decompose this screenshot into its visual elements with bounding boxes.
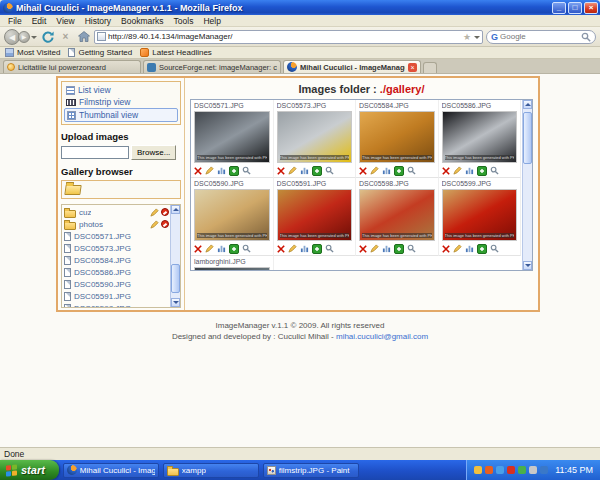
scroll-down-icon[interactable]: [523, 261, 532, 270]
edit-icon[interactable]: [288, 166, 297, 175]
menu-item[interactable]: History: [81, 16, 115, 26]
browser-tab[interactable]: Licitatiile lui powerzoneard: [3, 60, 141, 73]
tree-item[interactable]: DSC05584.JPG: [63, 254, 170, 266]
view-option[interactable]: Filmstrip view: [64, 96, 178, 108]
image-thumbnail[interactable]: This image has been generated with PHP b…: [277, 189, 353, 241]
tray-icon[interactable]: [474, 466, 482, 474]
tray-icon[interactable]: [529, 466, 537, 474]
image-thumbnail[interactable]: This image has been generated with PHP b…: [359, 189, 435, 241]
delete-folder-icon[interactable]: [161, 220, 169, 228]
image-thumbnail[interactable]: This image has been generated with PHP b…: [194, 189, 270, 241]
delete-icon[interactable]: [359, 245, 367, 253]
grid-scrollbar[interactable]: [522, 100, 532, 270]
url-dropdown-icon[interactable]: [473, 32, 480, 42]
reload-button[interactable]: [40, 29, 55, 44]
delete-icon[interactable]: [442, 245, 450, 253]
history-dropdown-icon[interactable]: [30, 32, 37, 42]
delete-folder-icon[interactable]: [161, 208, 169, 216]
edit-icon[interactable]: [453, 244, 462, 253]
edit-icon[interactable]: [370, 244, 379, 253]
delete-icon[interactable]: [194, 245, 202, 253]
process-icon[interactable]: [312, 166, 322, 176]
process-icon[interactable]: [229, 244, 239, 254]
stats-icon[interactable]: [217, 166, 226, 175]
scroll-thumb[interactable]: [171, 264, 180, 293]
tree-item[interactable]: cuz: [63, 206, 170, 218]
image-thumbnail[interactable]: This image has been generated with PHP b…: [442, 189, 518, 241]
process-icon[interactable]: [394, 166, 404, 176]
menu-item[interactable]: Edit: [28, 16, 51, 26]
bookmark-item[interactable]: Getting Started: [68, 48, 132, 57]
menu-item[interactable]: View: [52, 16, 78, 26]
stats-icon[interactable]: [465, 166, 474, 175]
image-thumbnail[interactable]: This image has been generated with PHP b…: [442, 111, 518, 163]
tab-close-icon[interactable]: [408, 63, 417, 72]
tree-item[interactable]: DSC05573.JPG: [63, 242, 170, 254]
process-icon[interactable]: [229, 166, 239, 176]
menu-item[interactable]: File: [4, 16, 26, 26]
edit-folder-icon[interactable]: [150, 208, 159, 217]
upload-file-input[interactable]: [61, 146, 129, 159]
stats-icon[interactable]: [300, 244, 309, 253]
edit-icon[interactable]: [370, 166, 379, 175]
tree-item[interactable]: DSC05571.JPG: [63, 230, 170, 242]
bookmark-item[interactable]: Most Visited: [5, 48, 60, 57]
scroll-up-icon[interactable]: [523, 100, 532, 109]
open-folder-icon[interactable]: [64, 185, 81, 195]
preview-icon[interactable]: [407, 244, 416, 253]
view-option[interactable]: List view: [64, 84, 178, 96]
preview-icon[interactable]: [325, 166, 334, 175]
stats-icon[interactable]: [300, 166, 309, 175]
new-tab-stub[interactable]: [423, 62, 437, 73]
tray-icon[interactable]: [518, 466, 526, 474]
process-icon[interactable]: [477, 244, 487, 254]
scroll-thumb[interactable]: [523, 112, 532, 164]
delete-icon[interactable]: [359, 167, 367, 175]
scroll-down-icon[interactable]: [171, 298, 180, 307]
search-magnifier-icon[interactable]: [581, 32, 591, 42]
taskbar-task[interactable]: xampp: [163, 463, 259, 478]
bookmark-star-icon[interactable]: [463, 32, 471, 42]
edit-icon[interactable]: [205, 166, 214, 175]
stats-icon[interactable]: [465, 244, 474, 253]
process-icon[interactable]: [312, 244, 322, 254]
stats-icon[interactable]: [382, 166, 391, 175]
stats-icon[interactable]: [217, 244, 226, 253]
url-input[interactable]: [108, 31, 461, 42]
menu-item[interactable]: Bookmarks: [117, 16, 168, 26]
preview-icon[interactable]: [407, 166, 416, 175]
browser-tab[interactable]: Mihail Cuculici - ImageManager v...: [283, 60, 421, 73]
email-link[interactable]: mihai.cuculici@gmail.com: [336, 332, 428, 341]
minimize-button[interactable]: [552, 2, 566, 14]
browser-tab[interactable]: SourceForge.net: imageManager: cucu...: [143, 60, 281, 73]
edit-icon[interactable]: [453, 166, 462, 175]
preview-icon[interactable]: [325, 244, 334, 253]
tree-item[interactable]: DSC05591.JPG: [63, 290, 170, 302]
stop-button[interactable]: [58, 29, 73, 44]
image-thumbnail[interactable]: This image has been generated with PHP b…: [359, 111, 435, 163]
view-option[interactable]: Thumbnail view: [64, 108, 178, 122]
forward-button[interactable]: [18, 31, 30, 43]
start-button[interactable]: start: [0, 460, 59, 480]
home-button[interactable]: [76, 29, 91, 44]
tree-scrollbar[interactable]: [170, 205, 180, 307]
stats-icon[interactable]: [382, 244, 391, 253]
delete-icon[interactable]: [442, 167, 450, 175]
delete-icon[interactable]: [194, 167, 202, 175]
delete-icon[interactable]: [277, 167, 285, 175]
preview-icon[interactable]: [490, 166, 499, 175]
maximize-button[interactable]: [568, 2, 582, 14]
preview-icon[interactable]: [242, 244, 251, 253]
process-icon[interactable]: [477, 166, 487, 176]
tree-item[interactable]: DSC05598.JPG: [63, 302, 170, 307]
edit-icon[interactable]: [205, 244, 214, 253]
tray-icon[interactable]: [540, 466, 548, 474]
tray-icon[interactable]: [507, 466, 515, 474]
menu-item[interactable]: Help: [199, 16, 224, 26]
image-thumbnail[interactable]: This image has been generated with PHP b…: [194, 111, 270, 163]
tray-icon[interactable]: [496, 466, 504, 474]
image-thumbnail[interactable]: This image has been generated with PHP b…: [194, 267, 270, 271]
tree-item[interactable]: photos: [63, 218, 170, 230]
edit-folder-icon[interactable]: [150, 220, 159, 229]
tray-icon[interactable]: [485, 466, 493, 474]
